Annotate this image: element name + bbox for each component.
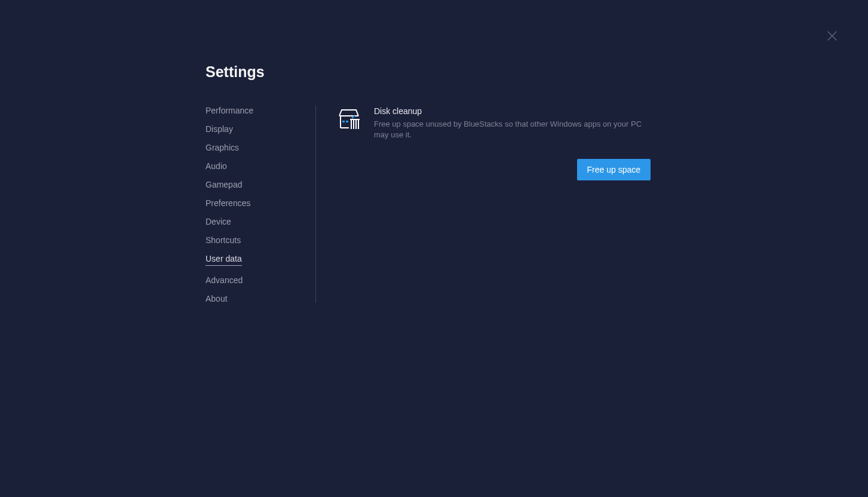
svg-rect-6 [346,121,348,122]
disk-cleanup-description: Free up space unused by BlueStacks so th… [374,119,651,140]
close-button[interactable] [827,31,837,41]
sidebar-item-gamepad[interactable]: Gamepad [206,180,242,189]
page-title: Settings [206,63,683,81]
content-panel: Disk cleanup Free up space unused by Blu… [316,106,651,303]
settings-panel: Settings Performance Display Graphics Au… [206,63,683,303]
sidebar-item-audio[interactable]: Audio [206,162,227,170]
svg-rect-5 [342,121,345,122]
settings-sidebar: Performance Display Graphics Audio Gamep… [206,106,316,303]
sidebar-item-shortcuts[interactable]: Shortcuts [206,236,241,244]
sidebar-item-preferences[interactable]: Preferences [206,199,250,207]
disk-cleanup-section: Disk cleanup Free up space unused by Blu… [337,106,651,140]
sidebar-item-graphics[interactable]: Graphics [206,143,239,152]
disk-cleanup-icon [337,108,361,131]
sidebar-item-device[interactable]: Device [206,217,231,226]
sidebar-item-about[interactable]: About [206,294,228,303]
sidebar-item-performance[interactable]: Performance [206,106,253,115]
close-icon [827,32,837,42]
sidebar-list: Performance Display Graphics Audio Gamep… [206,106,303,303]
sidebar-item-display[interactable]: Display [206,125,233,133]
sidebar-item-user-data[interactable]: User data [206,254,242,266]
free-up-space-button[interactable]: Free up space [577,159,651,180]
sidebar-item-advanced[interactable]: Advanced [206,276,243,284]
disk-cleanup-title: Disk cleanup [374,106,651,116]
